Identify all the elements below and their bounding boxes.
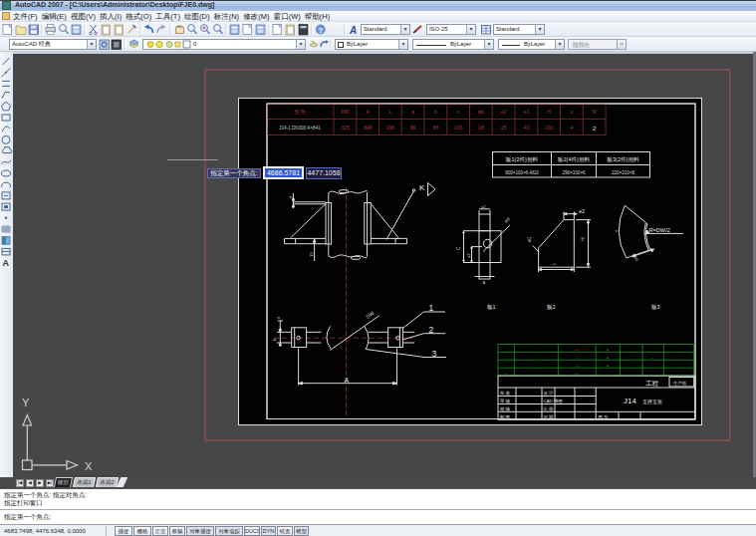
svg-text:板3(2件)用料: 板3(2件)用料	[606, 156, 639, 163]
svg-text:c: c	[457, 109, 460, 115]
svg-text:=: =	[607, 355, 610, 360]
svg-text:比 例: 比 例	[544, 406, 555, 412]
svg-text:K: K	[419, 183, 425, 192]
svg-text:s: s	[571, 109, 574, 115]
svg-text:15: 15	[309, 252, 314, 257]
svg-text:4: 4	[276, 316, 281, 319]
svg-text:25: 25	[501, 125, 507, 131]
svg-text:·: ·	[535, 347, 536, 352]
svg-text:800×100×6-M10: 800×100×6-M10	[505, 170, 539, 175]
svg-text:制 图: 制 图	[500, 414, 510, 419]
svg-text:325: 325	[341, 125, 350, 131]
svg-text:=: =	[607, 347, 610, 352]
svg-text:—: —	[575, 347, 579, 352]
svg-text:100: 100	[454, 125, 463, 131]
svg-text:·: ·	[535, 363, 536, 368]
svg-text:—: —	[575, 371, 579, 376]
svg-text:工程: 工程	[645, 380, 659, 387]
svg-text:DW: DW	[365, 310, 376, 320]
svg-text:a: a	[483, 280, 486, 285]
svg-text:a2: a2	[481, 204, 486, 209]
svg-text:b: b	[434, 109, 437, 115]
svg-text:2: 2	[593, 126, 597, 132]
svg-text:3: 3	[432, 349, 437, 359]
svg-text:校 核: 校 核	[500, 406, 511, 411]
svg-text:100: 100	[545, 125, 554, 131]
svg-text:40: 40	[524, 125, 530, 131]
svg-text:设 计: 设 计	[544, 391, 555, 396]
svg-text:·: ·	[630, 363, 631, 368]
svg-text:18: 18	[478, 125, 484, 131]
svg-text:J14-1 DN300 A=841: J14-1 DN300 A=841	[279, 126, 321, 131]
svg-text:S: S	[634, 256, 638, 262]
svg-text:ød: ød	[503, 216, 511, 224]
svg-text:·: ·	[505, 363, 506, 368]
svg-text:·: ·	[505, 347, 506, 352]
svg-text:296: 296	[386, 125, 395, 131]
svg-text:·: ·	[630, 355, 631, 360]
svg-text:·: ·	[630, 347, 631, 352]
svg-text:85: 85	[433, 125, 439, 131]
svg-text:X: X	[85, 460, 93, 472]
svg-text:a: a	[411, 109, 414, 115]
svg-text:e2: e2	[579, 208, 585, 214]
svg-text:·: ·	[652, 371, 653, 376]
svg-text:·: ·	[505, 355, 506, 360]
svg-text:·: ·	[652, 363, 653, 368]
svg-text:J14: J14	[624, 397, 636, 405]
svg-text:板3: 板3	[650, 304, 660, 310]
svg-text:·: ·	[535, 371, 536, 376]
svg-text:板2: 板2	[546, 304, 556, 310]
svg-text:·: ·	[652, 347, 653, 352]
svg-text:848: 848	[364, 125, 373, 131]
svg-text:4: 4	[571, 125, 574, 131]
svg-text:型 号: 型 号	[294, 109, 305, 116]
svg-text:–: –	[576, 363, 579, 368]
svg-text:A: A	[366, 109, 370, 115]
svg-text:支撑支座: 支撑支座	[642, 399, 662, 405]
svg-text:220×210×8: 220×210×8	[612, 170, 635, 175]
svg-text:DW: DW	[341, 109, 350, 115]
svg-text:·: ·	[678, 355, 679, 360]
svg-text:a2: a2	[466, 253, 471, 258]
svg-text:H: H	[547, 109, 551, 115]
svg-text:L: L	[389, 109, 392, 115]
svg-text:·: ·	[630, 371, 631, 376]
svg-text:–: –	[505, 371, 508, 376]
svg-text:板1: 板1	[486, 304, 496, 310]
svg-text:=: =	[607, 363, 610, 368]
svg-text:A: A	[345, 377, 350, 384]
svg-text:批 准: 批 准	[499, 391, 511, 396]
svg-text:板1(2件)用料: 板1(2件)用料	[505, 156, 539, 163]
svg-text:86: 86	[410, 125, 416, 131]
svg-text:–: –	[576, 355, 579, 360]
svg-text:2: 2	[429, 325, 434, 335]
svg-text:日 期: 日 期	[544, 414, 555, 419]
svg-text:e2: e2	[501, 109, 507, 115]
svg-text:296×100×6: 296×100×6	[562, 170, 586, 175]
svg-text:图 号: 图 号	[599, 414, 610, 419]
svg-text:CAD 编图: CAD 编图	[544, 399, 563, 403]
svg-text:H: H	[580, 237, 586, 241]
svg-text:ø1: ø1	[527, 236, 532, 242]
svg-text:C: C	[456, 246, 461, 250]
svg-text:1: 1	[429, 303, 434, 313]
svg-text:W: W	[592, 109, 597, 115]
svg-text:·: ·	[607, 371, 608, 376]
svg-text:Y: Y	[22, 397, 30, 408]
svg-text:生产线: 生产线	[673, 381, 687, 386]
svg-text:R=DW/2: R=DW/2	[649, 227, 670, 233]
svg-text:L: L	[550, 263, 556, 266]
svg-text:审 核: 审 核	[500, 399, 511, 403]
svg-text:4: 4	[288, 195, 293, 198]
svg-text:ød: ød	[478, 109, 484, 115]
svg-text:e1: e1	[524, 109, 530, 115]
svg-text:板2(4件)用料: 板2(4件)用料	[557, 156, 591, 163]
svg-text:–: –	[652, 355, 655, 360]
svg-text:·: ·	[678, 371, 679, 376]
svg-text:·: ·	[678, 347, 679, 352]
